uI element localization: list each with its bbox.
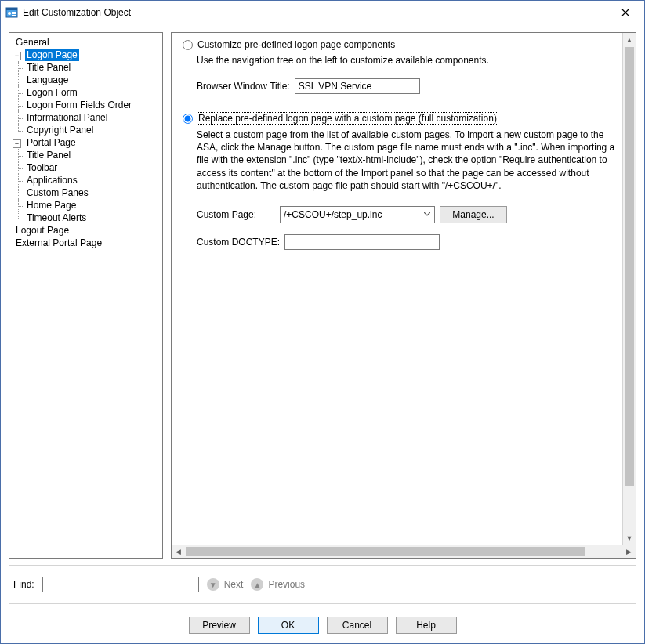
window-title: Edit Customization Object <box>23 7 610 18</box>
tree-node-general[interactable]: General <box>14 36 51 49</box>
nav-tree[interactable]: General −Logon Page Title Panel Language… <box>13 36 162 249</box>
cancel-button[interactable]: Cancel <box>327 617 388 634</box>
tree-node-applications[interactable]: Applications <box>25 174 79 186</box>
find-bar: Find: ▼ Next ▲ Previous <box>9 572 636 597</box>
find-previous-button[interactable]: ▲ Previous <box>251 578 305 591</box>
dialog-buttons: Preview OK Cancel Help <box>9 610 636 643</box>
vertical-scroll-thumb[interactable] <box>625 47 634 486</box>
tree-node-title-panel[interactable]: Title Panel <box>25 61 72 74</box>
find-input[interactable] <box>42 577 199 592</box>
close-button[interactable] <box>610 2 641 24</box>
tree-node-fields-order[interactable]: Logon Form Fields Order <box>25 99 133 111</box>
find-label: Find: <box>13 579 34 590</box>
scroll-up-arrow-icon[interactable]: ▲ <box>623 33 636 46</box>
radio-replace-custom-label: Replace pre-defined logon page with a cu… <box>197 113 498 124</box>
find-next-button[interactable]: ▼ Next <box>207 578 244 591</box>
svg-point-2 <box>8 12 11 15</box>
tree-node-portal-title-panel[interactable]: Title Panel <box>25 149 72 161</box>
separator <box>9 565 636 566</box>
ok-button[interactable]: OK <box>258 617 319 634</box>
tree-node-info-panel[interactable]: Informational Panel <box>25 111 109 124</box>
custom-page-combo[interactable] <box>280 206 435 223</box>
custom-doctype-input[interactable] <box>284 234 440 250</box>
dialog-body: General −Logon Page Title Panel Language… <box>1 24 644 643</box>
svg-rect-1 <box>6 8 17 10</box>
nav-tree-panel: General −Logon Page Title Panel Language… <box>9 32 163 559</box>
titlebar: Edit Customization Object <box>1 1 644 24</box>
tree-node-language[interactable]: Language <box>25 74 70 86</box>
custom-page-label: Custom Page: <box>197 209 275 220</box>
custom-doctype-row: Custom DOCTYPE: <box>197 234 622 250</box>
scroll-right-arrow-icon[interactable]: ▶ <box>622 545 636 558</box>
dialog-window: Edit Customization Object General −Logon… <box>0 0 645 644</box>
tree-node-logon-page[interactable]: Logon Page <box>25 49 79 61</box>
radio-replace-custom[interactable]: Replace pre-defined logon page with a cu… <box>183 113 622 124</box>
custom-page-row: Custom Page: Manage... <box>197 206 622 223</box>
horizontal-scroll-thumb[interactable] <box>186 547 585 556</box>
scroll-left-arrow-icon[interactable]: ◀ <box>172 545 185 558</box>
radio-customize-predefined[interactable]: Customize pre-defined logon page compone… <box>183 39 622 50</box>
radio1-description: Use the navigation tree on the left to c… <box>197 55 622 66</box>
main-panel: Customize pre-defined logon page compone… <box>171 32 636 559</box>
main-content: Customize pre-defined logon page compone… <box>172 33 622 545</box>
tree-node-timeout-alerts[interactable]: Timeout Alerts <box>25 212 88 224</box>
tree-node-toolbar[interactable]: Toolbar <box>25 161 59 174</box>
tree-node-custom-panes[interactable]: Custom Panes <box>25 186 90 199</box>
browser-window-title-label: Browser Window Title: <box>197 81 290 92</box>
tree-node-logon-form[interactable]: Logon Form <box>25 86 79 99</box>
browser-window-title-input[interactable] <box>295 78 420 94</box>
custom-page-input[interactable] <box>281 208 420 221</box>
separator-2 <box>9 603 636 604</box>
tree-node-copyright-panel[interactable]: Copyright Panel <box>25 124 95 136</box>
radio-customize-predefined-label: Customize pre-defined logon page compone… <box>197 39 395 50</box>
content-area: General −Logon Page Title Panel Language… <box>9 32 636 559</box>
tree-toggle-logon[interactable]: − <box>13 52 21 60</box>
radio2-description: Select a custom page from the list of av… <box>197 128 622 192</box>
svg-rect-4 <box>12 13 16 14</box>
radio-replace-custom-input[interactable] <box>183 114 193 124</box>
chevron-down-icon[interactable] <box>420 207 434 223</box>
app-icon <box>5 6 18 19</box>
scroll-down-arrow-icon[interactable]: ▼ <box>623 531 636 545</box>
tree-toggle-portal[interactable]: − <box>13 139 21 148</box>
vertical-scrollbar[interactable]: ▲ ▼ <box>622 33 636 545</box>
main-inner: Customize pre-defined logon page compone… <box>172 33 636 545</box>
help-button[interactable]: Help <box>396 617 457 634</box>
svg-rect-3 <box>12 12 16 13</box>
tree-node-home-page[interactable]: Home Page <box>25 199 78 212</box>
custom-doctype-label: Custom DOCTYPE: <box>197 237 280 248</box>
tree-node-logout-page[interactable]: Logout Page <box>14 224 71 237</box>
radio-customize-predefined-input[interactable] <box>183 40 193 50</box>
horizontal-scrollbar[interactable]: ◀ ▶ <box>172 545 636 558</box>
tree-node-portal-page[interactable]: Portal Page <box>25 136 78 149</box>
svg-rect-5 <box>12 15 16 16</box>
arrow-up-icon: ▲ <box>251 578 263 591</box>
browser-window-title-row: Browser Window Title: <box>197 78 622 94</box>
preview-button[interactable]: Preview <box>189 617 250 634</box>
tree-node-external-portal[interactable]: External Portal Page <box>14 237 103 249</box>
manage-button[interactable]: Manage... <box>440 206 507 223</box>
arrow-down-icon: ▼ <box>207 578 219 591</box>
